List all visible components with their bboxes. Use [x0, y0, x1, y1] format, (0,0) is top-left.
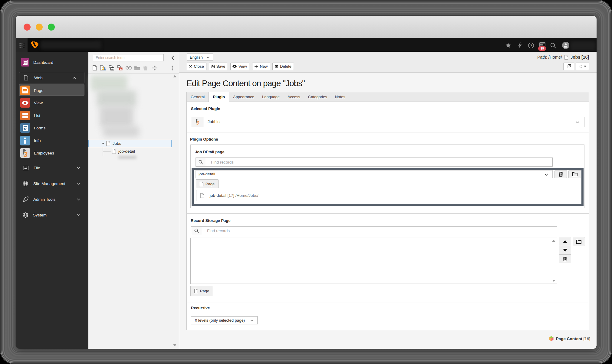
svg-text:3: 3 [196, 120, 199, 125]
svg-text:?: ? [530, 44, 532, 47]
svg-text:3: 3 [24, 151, 28, 158]
